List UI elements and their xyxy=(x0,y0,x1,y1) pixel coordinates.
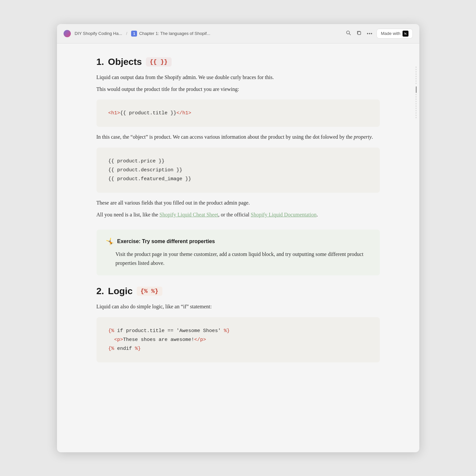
code2-line1: {{ product.price }} xyxy=(108,157,368,166)
toolbar-icons: ••• xyxy=(346,30,373,37)
code3-line2: <p>These shoes are awesome!</p> xyxy=(108,335,368,344)
exercise-emoji: 🤸 xyxy=(106,238,114,245)
code3-endif: endif xyxy=(114,346,135,351)
made-with-label: Made with xyxy=(381,31,400,36)
breadcrumb-separator: / xyxy=(126,31,127,36)
exercise-box: 🤸 Exercise: Try some different propertie… xyxy=(97,230,380,275)
code-tag-open: <h1> xyxy=(108,110,120,116)
section2-title: Logic xyxy=(108,286,133,296)
section1-number: 1. xyxy=(97,57,104,67)
svg-rect-2 xyxy=(358,32,361,35)
section2-number: 2. xyxy=(97,286,104,296)
code-tag-close: </h1> xyxy=(177,110,191,116)
code3-endif-close: %} xyxy=(135,346,141,351)
search-icon[interactable] xyxy=(346,30,351,37)
chapter-number-badge: 1 xyxy=(131,31,137,37)
code-block-1: <h1>{{ product.title }}</h1> xyxy=(97,99,380,127)
code3-line3: {% endif %} xyxy=(108,344,368,353)
section1-title: Objects xyxy=(108,57,142,67)
code2-line2: {{ product.description }} xyxy=(108,166,368,175)
section1-heading: 1. Objects {{ }} xyxy=(97,57,380,67)
section1-para3: In this case, the “object” is product. W… xyxy=(97,133,380,141)
scrollbar[interactable] xyxy=(415,63,417,381)
exercise-body: Visit the product page in your theme cus… xyxy=(106,250,371,267)
section1-para2: This would output the product title for … xyxy=(97,85,380,94)
scrollbar-dots xyxy=(416,67,417,118)
para5-mid: , or the official xyxy=(218,212,251,217)
section1-para4: These are all various fields that you fi… xyxy=(97,199,380,207)
made-with-button[interactable]: Made with N xyxy=(377,29,412,39)
avatar xyxy=(64,30,71,37)
code3-p-open: <p> xyxy=(114,337,123,343)
para5-start: All you need is a list, like the xyxy=(97,212,160,217)
code3-p-close: </p> xyxy=(194,337,206,343)
code3-endif-open: {% xyxy=(108,346,114,351)
code-liquid-1: {{ product.title }} xyxy=(120,110,177,116)
breadcrumb-site: DIY Shopify Coding Ha... xyxy=(75,31,122,36)
browser-window: DIY Shopify Coding Ha... / 1 Chapter 1: … xyxy=(57,24,419,452)
code3-condition: if product.title == 'Awesome Shoes' xyxy=(114,328,224,334)
link-cheat-sheet[interactable]: Shopify Liquid Cheat Sheet xyxy=(159,212,218,217)
section2-badge: {% %} xyxy=(137,287,162,296)
code3-p-text: These shoes are awesome! xyxy=(123,337,194,343)
code3-liquid-close: %} xyxy=(224,328,230,334)
code2-line3: {{ product.featured_image }} xyxy=(108,175,368,183)
para3-italic: property xyxy=(354,134,372,140)
svg-line-1 xyxy=(349,34,350,35)
section1-para1: Liquid can output data from the Shopify … xyxy=(97,73,380,82)
section2-heading: 2. Logic {% %} xyxy=(97,286,380,296)
code3-liquid-open: {% xyxy=(108,328,114,334)
exercise-title: Exercise: Try some different properties xyxy=(117,238,215,244)
para3-start: In this case, the “object” is product. W… xyxy=(97,134,354,140)
section1-para5: All you need is a list, like the Shopify… xyxy=(97,210,380,219)
code3-line1: {% if product.title == 'Awesome Shoes' %… xyxy=(108,326,368,335)
para3-end: . xyxy=(372,134,373,140)
content-area: 1. Objects {{ }} Liquid can output data … xyxy=(57,43,419,388)
code-line-1: <h1>{{ product.title }}</h1> xyxy=(108,109,368,118)
link-liquid-docs[interactable]: Shopify Liquid Documentation xyxy=(251,212,317,217)
more-options-icon[interactable]: ••• xyxy=(367,31,373,36)
exercise-header: 🤸 Exercise: Try some different propertie… xyxy=(106,238,371,245)
code-block-2: {{ product.price }} {{ product.descripti… xyxy=(97,148,380,193)
scrollbar-handle[interactable] xyxy=(416,86,417,93)
notion-icon: N xyxy=(403,31,408,37)
code-block-3: {% if product.title == 'Awesome Shoes' %… xyxy=(97,317,380,362)
chapter-title: Chapter 1: The languages of Shopif... xyxy=(139,31,210,36)
browser-toolbar: DIY Shopify Coding Ha... / 1 Chapter 1: … xyxy=(57,24,419,43)
section1-badge: {{ }} xyxy=(146,57,172,67)
breadcrumb-chapter: 1 Chapter 1: The languages of Shopif... xyxy=(131,31,210,37)
section2-para1: Liquid can also do simple logic, like an… xyxy=(97,302,380,311)
copy-icon[interactable] xyxy=(356,30,362,37)
para5-end: . xyxy=(317,212,318,217)
